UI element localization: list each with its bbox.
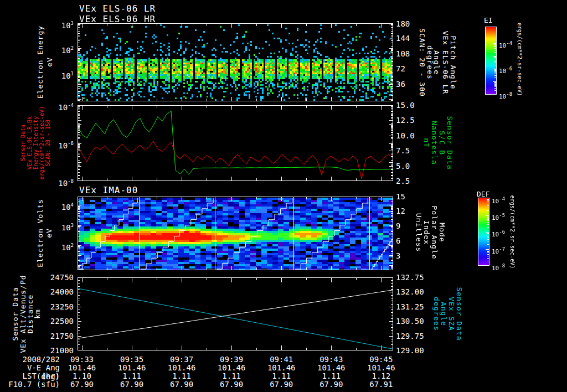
time-label-0: 09:33	[63, 355, 101, 364]
p2-ylabel-sensor-data: Sensor Data	[20, 125, 26, 161]
p2-y2label-nanotesla: Nanotesla	[431, 121, 438, 164]
bfield-intensity-panel	[78, 105, 393, 181]
row2-value-4: 67.90	[262, 380, 300, 389]
row2-value-0: 67.90	[63, 380, 101, 389]
ei-colorbar-label: EI	[484, 16, 493, 24]
colorbar1-tick-0: 10-4	[499, 39, 521, 47]
p4-ylabel-sensor-data: Sensor Data	[12, 287, 19, 341]
colorbar2-tick-1: 10-5	[492, 212, 514, 219]
p4-left-tick-2: 23250	[34, 302, 74, 312]
row2-value-1: 67.90	[113, 380, 151, 389]
altitude-sza-panel	[78, 277, 393, 350]
row2-value-3: 67.90	[213, 380, 250, 389]
p1-right-tick-4: 36	[396, 79, 440, 89]
p4-right-tick-2: 131.25	[396, 302, 440, 312]
colorbar1-tick-2: 10-8	[499, 90, 521, 98]
row0-value-0: 101.46	[63, 363, 101, 372]
p2-right-tick-3: 7.5	[396, 146, 440, 156]
row1-value-4: 1.11	[262, 372, 300, 380]
p3-right-tick-2: 9	[396, 221, 440, 231]
row0-value-5: 101.46	[312, 363, 350, 372]
colorbar2-tick-0: 10-4	[492, 195, 514, 203]
p4-right-tick-5: 129.00	[396, 345, 440, 355]
row1-value-1: 1.11	[113, 372, 151, 380]
p4-left-tick-4: 21750	[34, 331, 74, 341]
p1-ylabel-ev: eV	[46, 57, 53, 67]
row2-value-6: 67.91	[362, 380, 400, 389]
p2-left-tick-0: 10-4	[34, 100, 74, 110]
p2-right-tick-0: 15.0	[396, 100, 440, 110]
colorbar1-tick-1: 10-6	[499, 65, 521, 73]
p4-left-tick-0: 24750	[34, 272, 74, 282]
time-label-6: 09:45	[362, 355, 400, 364]
p2-y2label-sensor-data: Sensor Data	[446, 116, 453, 169]
time-label-2: 09:37	[163, 355, 200, 364]
row0-value-4: 101.46	[262, 363, 300, 372]
row1-value-0: 1.10	[63, 372, 101, 380]
p4-y2label-sensor-data: Sensor Data	[456, 287, 463, 341]
title-els-hr: VEx ELS-06 HR	[79, 14, 156, 24]
time-label-5: 09:43	[312, 355, 350, 364]
p2-right-tick-4: 5.0	[396, 161, 440, 171]
p1-ylabel-electron-energy: Electron Energy	[37, 25, 44, 99]
p4-y2label-angle: Angle	[440, 302, 447, 326]
title-els-lr: VEx ELS-06 LR	[79, 3, 156, 14]
p2-left-tick-1: 10-6	[34, 138, 74, 148]
date-label: 2008/282	[0, 355, 60, 364]
p3-right-tick-4: 3	[396, 251, 440, 261]
p3-right-tick-1: 12	[396, 206, 440, 216]
p1-left-tick-1: 102	[34, 43, 74, 53]
colorbar2-tick-4: 10-8	[492, 262, 514, 270]
p4-left-tick-1: 24000	[34, 287, 74, 297]
row1-value-6: 1.12	[362, 372, 400, 380]
p1-y2label-pitch-angle: Pitch Angle	[450, 35, 457, 89]
p2-right-tick-1: 12.5	[396, 115, 440, 125]
p4-right-tick-1: 132.00	[396, 287, 440, 297]
row0-value-2: 101.46	[163, 363, 200, 372]
p1-right-tick-3: 72	[396, 64, 440, 74]
p1-right-tick-0: 180	[396, 19, 440, 29]
row1-value-5: 1.11	[312, 372, 350, 380]
ima-spectrogram-panel	[78, 197, 393, 270]
row-header-1: LST (hr)	[0, 372, 60, 380]
title-ima: VEx IMA-00	[79, 185, 138, 195]
time-label-3: 09:39	[213, 355, 250, 364]
p3-left-tick-1: 103	[34, 220, 74, 230]
p2-right-tick-2: 10.0	[396, 131, 440, 141]
p2-ylabel-vex-els-bk: VEx ELS-06 LR-Bk	[27, 116, 33, 169]
p2-left-tick-2: 10-8	[34, 176, 74, 186]
p1-right-tick-1: 144	[396, 33, 440, 43]
p3-right-tick-0: 15	[396, 192, 440, 202]
ei-colorbar	[485, 27, 497, 95]
p4-right-tick-3: 130.50	[396, 316, 440, 326]
plot-screen: VEx ELS-06 LR VEx ELS-06 HR VEx IMA-00 E…	[0, 0, 567, 392]
p1-y2label-vex-els: VEx ELS-06 LR	[442, 31, 449, 95]
row1-value-3: 1.11	[213, 372, 250, 380]
colorbar2-tick-2: 10-6	[492, 228, 514, 236]
time-label-1: 09:35	[113, 355, 151, 364]
p3-y2label-unitless: Unitless	[415, 213, 422, 252]
row0-value-6: 101.46	[362, 363, 400, 372]
row0-value-1: 101.46	[113, 363, 151, 372]
colorbar2-tick-3: 10-7	[492, 245, 514, 253]
row2-value-2: 67.90	[163, 380, 200, 389]
p4-right-tick-0: 132.75	[396, 272, 440, 282]
p4-right-tick-4: 129.75	[396, 331, 440, 341]
p1-left-tick-2: 101	[34, 69, 74, 79]
def-colorbar	[478, 198, 489, 266]
def-colorbar-label: DEF	[477, 190, 489, 198]
p1-right-tick-2: 108	[396, 49, 440, 59]
p4-left-tick-3: 22500	[34, 316, 74, 326]
p3-left-tick-0: 104	[34, 200, 74, 210]
p4-y2label-vex-sza: VEx SZA	[448, 297, 455, 331]
time-label-4: 09:41	[262, 355, 300, 364]
ei-colorbar-units: ergs/(cm**2-sr-sec-eV)	[517, 23, 522, 96]
els-spectrogram-panel	[78, 23, 393, 101]
row-header-2: F10.7 (sfu)	[0, 380, 60, 389]
row2-value-5: 67.90	[312, 380, 350, 389]
p3-right-tick-3: 6	[396, 236, 440, 246]
row1-value-2: 1.11	[163, 372, 200, 380]
p4-left-tick-5: 21000	[34, 345, 74, 355]
p2-right-tick-5: 2.5	[396, 176, 440, 186]
p3-left-tick-2: 102	[34, 240, 74, 250]
